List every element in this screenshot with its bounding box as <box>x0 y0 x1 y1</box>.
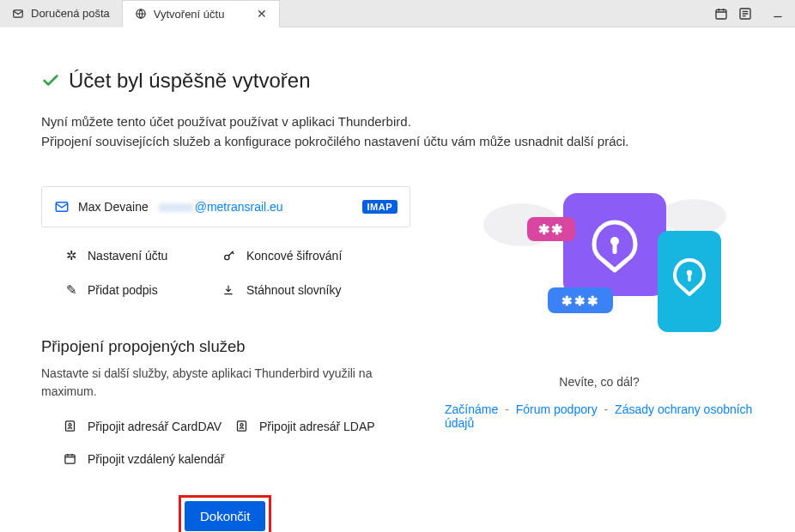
svg-text:✱✱✱: ✱✱✱ <box>561 293 600 308</box>
main-content: Účet byl úspěšně vytvořen Nyní můžete te… <box>0 27 795 532</box>
tab-create-label: Vytvoření účtu <box>154 8 225 21</box>
connect-ldap-link[interactable]: Připojit adresář LDAP <box>235 420 410 433</box>
check-icon <box>41 71 60 90</box>
redacted-email-user <box>159 203 193 212</box>
tasks-icon[interactable] <box>733 2 757 26</box>
page-title-text: Účet byl úspěšně vytvořen <box>69 69 310 93</box>
e2e-encryption-link[interactable]: Koncové šifrování <box>222 248 410 263</box>
svg-point-7 <box>69 424 71 426</box>
getting-started-link[interactable]: Začínáme <box>445 402 498 416</box>
svg-point-5 <box>225 255 229 259</box>
inbox-icon <box>12 8 24 20</box>
intro-paragraph: Nyní můžete tento účet používat používat… <box>41 112 754 152</box>
finish-button[interactable]: Dokončit <box>185 501 265 531</box>
tab-bar: Doručená pošta Vytvoření účtu ✕ <box>0 0 795 27</box>
page-title: Účet byl úspěšně vytvořen <box>41 69 754 93</box>
download-dictionaries-link[interactable]: Stáhnout slovníky <box>222 282 410 298</box>
support-forum-link[interactable]: Fórum podpory <box>516 402 598 416</box>
svg-rect-2 <box>716 9 726 19</box>
protocol-badge: IMAP <box>362 200 398 214</box>
close-icon[interactable]: ✕ <box>257 7 267 21</box>
linked-services-subtitle: Nastavte si další služby, abyste aplikac… <box>41 365 410 401</box>
tab-inbox-label: Doručená pošta <box>31 7 110 20</box>
addressbook-icon <box>235 420 251 432</box>
calendar-icon[interactable] <box>709 2 733 26</box>
account-email: @metransrail.eu <box>157 200 283 214</box>
calendar-icon <box>64 452 79 465</box>
linked-services-title: Připojení propojených služeb <box>41 337 410 356</box>
download-icon <box>222 284 238 296</box>
gear-icon: ✲ <box>64 248 79 263</box>
svg-rect-15 <box>613 244 617 254</box>
svg-rect-10 <box>65 455 75 463</box>
add-signature-link[interactable]: ✎ Přidat podpis <box>64 282 222 298</box>
minimize-icon[interactable] <box>766 2 790 26</box>
svg-point-12 <box>661 199 726 233</box>
help-links: Začínáme - Fórum podpory - Zásady ochran… <box>445 402 754 430</box>
finish-button-highlight: Dokončit <box>179 495 271 533</box>
tab-inbox[interactable]: Doručená pošta <box>0 0 122 27</box>
connect-calendar-link[interactable]: Připojit vzdálený kalendář <box>64 452 235 466</box>
svg-point-9 <box>240 424 243 426</box>
pencil-icon: ✎ <box>64 282 79 298</box>
svg-text:✱✱: ✱✱ <box>538 222 564 237</box>
svg-rect-18 <box>688 275 690 281</box>
illustration: ✱✱ ✱✱✱ <box>462 178 737 341</box>
tab-create-account[interactable]: Vytvoření účtu ✕ <box>122 0 281 27</box>
mail-icon <box>54 199 70 215</box>
account-settings-link[interactable]: ✲ Nastavení účtu <box>64 248 222 263</box>
connect-carddav-link[interactable]: Připojit adresář CardDAV <box>64 420 235 433</box>
addressbook-icon <box>64 420 79 432</box>
globe-icon <box>135 8 147 20</box>
help-question: Nevíte, co dál? <box>559 375 639 389</box>
account-name: Max Devaine <box>78 200 149 214</box>
key-icon <box>222 249 238 263</box>
account-summary: Max Devaine @metransrail.eu IMAP <box>41 186 410 227</box>
